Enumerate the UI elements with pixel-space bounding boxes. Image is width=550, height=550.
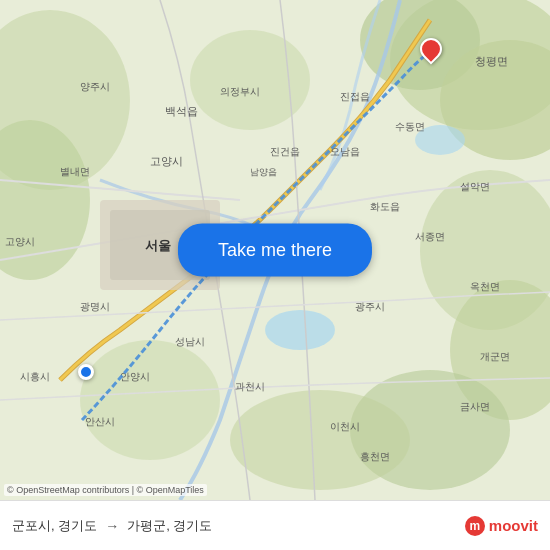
svg-text:성남시: 성남시 bbox=[175, 336, 205, 347]
svg-text:안산시: 안산시 bbox=[85, 416, 115, 427]
svg-text:서울: 서울 bbox=[145, 238, 171, 253]
svg-text:청평면: 청평면 bbox=[475, 55, 508, 67]
svg-text:과천시: 과천시 bbox=[235, 381, 265, 392]
svg-point-12 bbox=[265, 310, 335, 350]
moovit-m-icon: m bbox=[465, 516, 485, 536]
origin-label: 군포시, 경기도 bbox=[12, 517, 97, 535]
svg-text:오남읍: 오남읍 bbox=[330, 146, 360, 157]
destination-label: 가평군, 경기도 bbox=[127, 517, 212, 535]
svg-text:광주시: 광주시 bbox=[355, 301, 385, 312]
svg-text:흥천면: 흥천면 bbox=[360, 451, 390, 462]
take-me-there-button[interactable]: Take me there bbox=[178, 224, 372, 277]
origin-pin bbox=[78, 364, 94, 380]
moovit-logo: m moovit bbox=[465, 516, 538, 536]
svg-text:금사면: 금사면 bbox=[460, 401, 490, 412]
svg-text:옥천면: 옥천면 bbox=[470, 281, 500, 292]
svg-text:남양읍: 남양읍 bbox=[250, 167, 277, 177]
svg-text:진건읍: 진건읍 bbox=[270, 146, 300, 157]
svg-text:이천시: 이천시 bbox=[330, 421, 360, 432]
footer-bar: 군포시, 경기도 → 가평군, 경기도 m moovit bbox=[0, 500, 550, 550]
svg-text:화도읍: 화도읍 bbox=[370, 201, 400, 212]
svg-text:시흥시: 시흥시 bbox=[20, 371, 50, 382]
origin-dot-icon bbox=[78, 364, 94, 380]
svg-text:백석읍: 백석읍 bbox=[165, 105, 198, 117]
moovit-logo-text: moovit bbox=[489, 517, 538, 534]
svg-text:별내면: 별내면 bbox=[60, 166, 90, 177]
svg-text:광명시: 광명시 bbox=[80, 301, 110, 312]
destination-pin bbox=[420, 38, 442, 60]
map-container: 백석읍 양주시 의정부시 진접읍 수동면 청평면 설악면 별내면 진건읍 남양읍… bbox=[0, 0, 550, 500]
svg-text:고양시: 고양시 bbox=[5, 236, 35, 247]
pin-icon bbox=[415, 33, 446, 64]
svg-text:수동면: 수동면 bbox=[395, 121, 425, 132]
svg-text:설악면: 설악면 bbox=[460, 181, 490, 192]
svg-text:양주시: 양주시 bbox=[80, 81, 110, 92]
svg-text:진접읍: 진접읍 bbox=[340, 91, 370, 102]
svg-text:고양시: 고양시 bbox=[150, 155, 183, 167]
svg-text:개군면: 개군면 bbox=[480, 351, 510, 362]
svg-point-10 bbox=[230, 390, 410, 490]
route-info: 군포시, 경기도 → 가평군, 경기도 bbox=[12, 517, 212, 535]
svg-text:서종면: 서종면 bbox=[415, 231, 445, 242]
svg-text:의정부시: 의정부시 bbox=[220, 86, 260, 97]
arrow-icon: → bbox=[105, 518, 119, 534]
map-attribution: © OpenStreetMap contributors | © OpenMap… bbox=[4, 484, 207, 496]
